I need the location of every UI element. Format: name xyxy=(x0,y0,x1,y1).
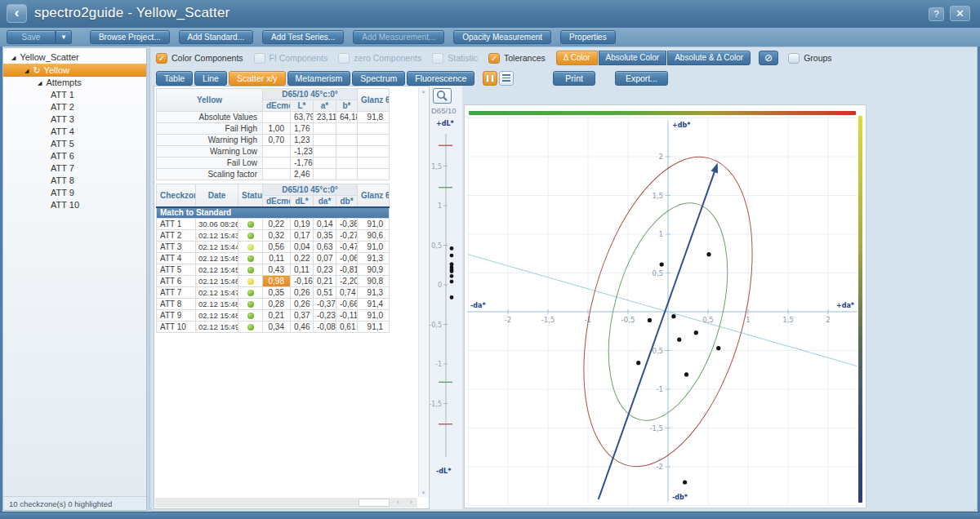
table-row: Fail High1,001,76 xyxy=(157,123,390,135)
table-vertical-scrollbar[interactable]: ▲ ▼ xyxy=(418,87,428,497)
tree-item-root[interactable]: ◢Yellow_Scatter xyxy=(3,51,146,64)
checkbox-color-components[interactable]: ✓Color Components xyxy=(156,53,243,64)
checkbox-zero-components: zero Components xyxy=(338,53,421,64)
tree-item-attempts[interactable]: ◢Attempts xyxy=(3,77,146,89)
scroll-up-icon[interactable]: ▲ xyxy=(419,89,428,94)
tab-spectrum[interactable]: Spectrum xyxy=(352,71,405,86)
section-header: Match to Standard xyxy=(157,207,390,219)
gloss-cell: 91,0 xyxy=(358,242,390,253)
tree-item-att-3[interactable]: ATT 3 xyxy=(3,113,146,126)
date-cell: 30.06 08:26:47 xyxy=(196,219,238,230)
zoom-button[interactable] xyxy=(433,88,452,104)
dl-data-point xyxy=(450,269,454,273)
status-bar-text: 10 checkzone(s) 0 highlighted xyxy=(3,496,146,510)
properties-button[interactable]: Properties xyxy=(560,30,616,44)
value-cell: 0,35 xyxy=(263,287,291,299)
expander-icon[interactable]: ◢ xyxy=(38,80,42,86)
table-row-att-8[interactable]: ATT 802.12 15:48:050,280,26-0,37-0,6691,… xyxy=(157,299,390,310)
tree-item-standard-selected[interactable]: ◢↻Yellow xyxy=(3,64,146,77)
table-row-att-2[interactable]: ATT 202.12 15:43:580,320,170,35-0,2790,6 xyxy=(157,230,390,242)
tree-item-att-9[interactable]: ATT 9 xyxy=(3,187,146,199)
gloss-cell: 91,3 xyxy=(358,287,390,299)
rows-view-button[interactable] xyxy=(499,71,514,86)
tree-item-att-4[interactable]: ATT 4 xyxy=(3,126,146,138)
groups-checkbox-box[interactable] xyxy=(788,53,800,64)
absolute-color-button[interactable]: Absolute Color xyxy=(599,51,667,65)
add-standard-button[interactable]: Add Standard... xyxy=(179,30,254,44)
back-button[interactable]: ‹ xyxy=(7,4,27,23)
tab-fluorescence[interactable]: Fluorescence xyxy=(407,71,474,86)
x-tick-label: -0,5 xyxy=(621,316,635,324)
gloss-cell xyxy=(358,135,390,146)
table-horizontal-scrollbar[interactable]: ‹ › xyxy=(155,498,417,508)
expander-icon[interactable]: ◢ xyxy=(24,68,29,73)
no-color-button[interactable]: ⊘ xyxy=(759,51,778,65)
illuminant-label: D65/10 xyxy=(431,106,457,115)
scroll-down-icon[interactable]: ▼ xyxy=(419,490,428,495)
help-button[interactable]: ? xyxy=(929,7,944,21)
close-button[interactable]: ✕ xyxy=(950,6,970,21)
value-cell: 0,21 xyxy=(314,276,336,287)
status-cell xyxy=(238,219,263,230)
tree-item-att-2[interactable]: ATT 2 xyxy=(3,101,146,113)
status-cell xyxy=(238,264,263,276)
tab-scatter-x-y[interactable]: Scatter x/y xyxy=(229,71,286,86)
x-tick-label: 1,5 xyxy=(782,316,794,324)
add-test-series-button[interactable]: Add Test Series... xyxy=(262,30,344,44)
value-cell: 1,00 xyxy=(263,123,291,135)
table-row: Absolute Values63,7923,1164,1891,8 xyxy=(157,112,390,123)
row-label: Fail High xyxy=(157,123,263,135)
tab-table[interactable]: Table xyxy=(156,71,193,86)
print-button[interactable]: Print xyxy=(553,71,595,86)
x-pos-axis-label: +da* xyxy=(836,302,855,309)
table-row-att-9[interactable]: ATT 902.12 15:48:390,210,37-0,23-0,1191,… xyxy=(157,310,390,322)
opacity-measurement-button[interactable]: Opacity Measurement xyxy=(453,30,551,44)
tab-metamerism[interactable]: Metamerism xyxy=(287,71,351,86)
scroll-left-icon[interactable]: ‹ xyxy=(392,498,404,508)
tab-line[interactable]: Line xyxy=(194,71,227,86)
tree-item-att-10[interactable]: ATT 10 xyxy=(3,199,146,211)
gloss-cell: 91,3 xyxy=(358,253,390,264)
value-cell: -0,37 xyxy=(314,299,336,310)
checkzone-cell: ATT 6 xyxy=(157,276,196,287)
table-row-att-5[interactable]: ATT 502.12 15:45:570,430,110,23-0,8190,9 xyxy=(157,264,390,276)
scrollbar-thumb[interactable] xyxy=(359,499,390,507)
table-row-att-7[interactable]: ATT 702.12 15:47:270,350,260,510,7491,3 xyxy=(157,287,390,299)
checkbox-tolerances[interactable]: ✓Tolerances xyxy=(488,53,546,64)
tree-item-att-5[interactable]: ATT 5 xyxy=(3,138,146,150)
tree-item-att-8[interactable]: ATT 8 xyxy=(3,175,146,187)
value-cell: 0,70 xyxy=(263,135,291,146)
gloss-cell xyxy=(358,169,390,180)
absolute-delta-color-button[interactable]: Absolute & Δ Color xyxy=(667,51,751,65)
value-cell xyxy=(263,146,291,157)
table-row-att-6[interactable]: ATT 602.12 15:46:380,98-0,160,21-2,2090,… xyxy=(157,276,390,287)
export-button[interactable]: Export... xyxy=(615,71,668,86)
save-dropdown-button[interactable]: ▼ xyxy=(56,30,72,44)
table-row-att-1[interactable]: ATT 130.06 08:26:470,220,190,14-0,3691,0 xyxy=(157,219,390,230)
table-row-att-3[interactable]: ATT 302.12 15:44:400,560,040,63-0,4791,0 xyxy=(157,242,390,253)
browse-project-button[interactable]: Browse Project... xyxy=(90,30,170,44)
column-header-l: L* xyxy=(291,100,314,112)
save-button[interactable]: Save xyxy=(7,30,56,44)
delta-color-button[interactable]: Δ Color xyxy=(556,51,598,65)
tree-item-att-1[interactable]: ATT 1 xyxy=(3,89,146,101)
checkbox-statistic: Statistic xyxy=(432,53,478,64)
table-row-att-4[interactable]: ATT 402.12 15:45:160,110,220,07-0,0691,3 xyxy=(157,253,390,264)
checkmark-icon[interactable]: ✓ xyxy=(488,53,500,64)
scroll-right-icon[interactable]: › xyxy=(405,498,417,508)
split-columns-view-button[interactable] xyxy=(483,71,497,86)
tree-item-att-7[interactable]: ATT 7 xyxy=(3,162,146,175)
row-label: Warning Low xyxy=(157,146,263,157)
checkmark-icon[interactable]: ✓ xyxy=(156,53,167,64)
value-cell: 0,56 xyxy=(263,242,291,253)
expander-icon[interactable]: ◢ xyxy=(11,55,16,60)
table-row: Warning High0,701,23 xyxy=(157,135,390,146)
value-cell: -0,16 xyxy=(291,276,314,287)
value-cell: -0,36 xyxy=(336,219,358,230)
checkbox-groups[interactable]: Groups xyxy=(788,53,831,64)
y-neg-axis-label: -db* xyxy=(672,494,688,501)
table-row-att-10[interactable]: ATT 1002.12 15:49:090,340,46-0,080,6191,… xyxy=(157,322,390,333)
status-cell xyxy=(238,310,263,322)
tree-item-att-6[interactable]: ATT 6 xyxy=(3,150,146,162)
magnifier-icon xyxy=(434,89,451,103)
